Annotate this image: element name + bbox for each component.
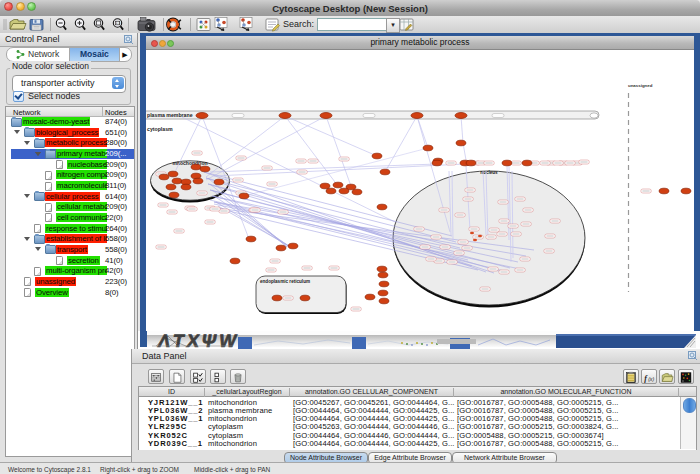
svg-text:1:1: 1:1	[116, 21, 121, 25]
svg-text:unassigned: unassigned	[628, 83, 653, 88]
svg-text:mitochondrion: mitochondrion	[173, 160, 208, 166]
svg-text:(x): (x)	[648, 376, 654, 382]
svg-text:endoplasmic reticulum: endoplasmic reticulum	[260, 279, 310, 284]
svg-text:cytoplasm: cytoplasm	[147, 126, 173, 132]
svg-text:plasma membrane: plasma membrane	[147, 112, 193, 118]
svg-text:ΛTΧΨW: ΛTΧΨW	[156, 331, 238, 349]
